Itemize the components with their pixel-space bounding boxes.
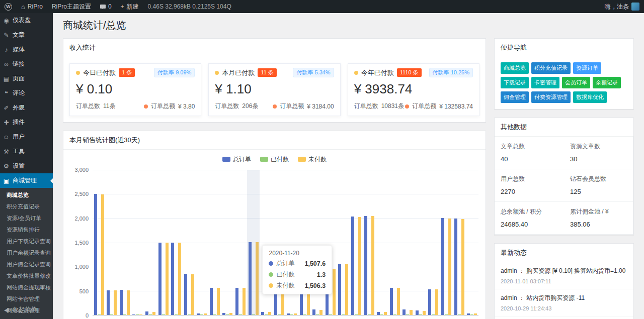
sidebar-item-pages[interactable]: ▤ 页面 xyxy=(0,71,53,86)
activity-timestamp: 2020-10-29 11:24:43 xyxy=(501,305,627,311)
bar-group-2020-11-11[interactable] xyxy=(131,170,144,315)
sidebar-item-dashboard[interactable]: ◉ 仪表盘 xyxy=(0,13,53,28)
other-data-title: 其他数据 xyxy=(495,118,633,137)
y-tick-label: 2,000 xyxy=(74,216,89,222)
stat-label: 累计佣金池 / ¥ xyxy=(570,207,627,216)
sidebar-item-media[interactable]: ♪ 媒体 xyxy=(0,42,53,57)
legend-swatch-icon xyxy=(298,157,306,162)
sidebar-submenu-item[interactable]: 网站佣金提现审核 xyxy=(0,282,53,293)
bar-group-2020-11-16[interactable] xyxy=(196,170,209,315)
quick-nav-button[interactable]: 付费资源管理 xyxy=(531,91,571,103)
legend-item[interactable]: 未付数 xyxy=(298,155,327,164)
quick-nav-button[interactable]: 卡密管理 xyxy=(531,77,559,88)
bullet-icon xyxy=(354,71,358,75)
bar-未付数-2020-11-26 xyxy=(333,269,336,315)
quick-nav-button[interactable]: 数据库优化 xyxy=(573,91,607,103)
bar-group-2020-12-02[interactable] xyxy=(401,170,415,315)
bar-group-2020-12-06[interactable] xyxy=(453,170,466,315)
bar-已付数-2020-11-13 xyxy=(162,314,165,315)
bar-group-2020-11-30[interactable] xyxy=(375,170,388,315)
bar-group-2020-11-15[interactable] xyxy=(183,170,196,315)
bar-group-2020-11-10[interactable] xyxy=(118,170,131,315)
quick-nav-button[interactable]: 佣金管理 xyxy=(501,91,529,103)
sidebar-item-posts[interactable]: ✎ 文章 xyxy=(0,28,53,42)
bar-已付数-2020-11-08 xyxy=(98,314,101,315)
comments-menu[interactable]: 0 xyxy=(96,0,116,13)
sidebar-item-shop-management[interactable]: ▣ 商城管理 xyxy=(0,173,53,188)
bar-总订单-2020-11-28 xyxy=(351,217,354,315)
legend-item[interactable]: 已付数 xyxy=(260,155,289,164)
sidebar-item-users[interactable]: ☺ 用户 xyxy=(0,130,53,144)
bar-group-2020-11-12[interactable] xyxy=(144,170,157,315)
theme-settings-menu[interactable]: RiPro主题设置 xyxy=(47,0,96,13)
bar-group-2020-11-09[interactable] xyxy=(106,170,119,315)
user-account-menu[interactable]: 嗨，油条 xyxy=(600,0,644,13)
sidebar-submenu-item[interactable]: 文章价格批量修改 xyxy=(0,270,53,282)
site-name: RiPro xyxy=(28,3,43,10)
bar-group-2020-11-28[interactable] xyxy=(350,170,363,315)
bar-group-2020-11-29[interactable] xyxy=(363,170,376,315)
activity-item: admin ： 站内货币购买资源 -11 2020-10-29 11:24:43 xyxy=(495,289,633,316)
stat-label: 钻石会员总数 xyxy=(570,175,627,183)
bar-group-2020-11-13[interactable] xyxy=(157,170,170,315)
legend-item[interactable]: 总订单 xyxy=(222,155,251,164)
sidebar-item-plugins[interactable]: ✚ 插件 xyxy=(0,115,53,130)
sidebar-submenu-item[interactable]: 资源/会员订单 xyxy=(0,212,53,224)
sidebar-submenu-item[interactable]: 用户余额记录查询 xyxy=(0,247,53,259)
sidebar-submenu-item[interactable]: 用户下载记录查询 xyxy=(0,236,53,247)
stat-value: 24685.40 xyxy=(501,221,558,228)
quick-nav-button[interactable]: 积分充值记录 xyxy=(531,62,571,74)
quick-nav-button[interactable]: 商城总览 xyxy=(501,62,529,74)
bar-总订单-2020-11-23 xyxy=(287,313,290,315)
sidebar-submenu-item[interactable]: 资源销售排行 xyxy=(0,224,53,236)
sidebar-item-links[interactable]: ∞ 链接 xyxy=(0,57,53,71)
quick-nav-button[interactable]: 会员订单 xyxy=(562,77,590,88)
bar-group-2020-11-14[interactable] xyxy=(170,170,183,315)
left-column: 收入统计 今日已付款 1 条 付款率 9.09% ¥ 0.10 xyxy=(63,38,486,319)
quick-nav-button[interactable]: 资源订单 xyxy=(573,62,601,74)
site-menu[interactable]: ⌂ RiPro xyxy=(17,0,47,13)
sidebar-submenu-item[interactable]: 商城总览 xyxy=(0,189,53,201)
wp-logo-menu[interactable]: W xyxy=(0,0,17,13)
bar-group-2020-11-18[interactable] xyxy=(221,170,234,315)
chart-tooltip: 2020-11-20 总订单 1,507.6 xyxy=(262,245,332,294)
quick-nav-button[interactable]: 余额记录 xyxy=(593,77,621,88)
shop-submenu: 商城总览 积分充值记录 资源/会员订单 资源销售排行 用户下载记录查询 用户余额… xyxy=(0,188,53,319)
media-icon: ♪ xyxy=(3,46,10,53)
bar-group-2020-12-07[interactable] xyxy=(465,170,478,315)
bar-group-2020-12-03[interactable] xyxy=(414,170,427,315)
stat-value: 125 xyxy=(570,188,627,195)
orders-total-value: 11条 xyxy=(103,102,115,111)
admin-bar-left: W ⌂ RiPro RiPro主题设置 0 + 新建 0.46S 32,968k… xyxy=(0,0,236,13)
bar-group-2020-11-20[interactable] xyxy=(247,170,260,315)
tooltip-row: 已付数 1.3 xyxy=(269,270,326,279)
bar-group-2020-11-19[interactable] xyxy=(234,170,247,315)
bar-group-2020-11-27[interactable] xyxy=(337,170,350,315)
bar-group-2020-11-17[interactable] xyxy=(208,170,221,315)
collapse-menu-button[interactable]: ◀ 收起菜单 xyxy=(0,302,53,317)
new-content-menu[interactable]: + 新建 xyxy=(116,0,143,13)
dashboard-icon: ◉ xyxy=(3,17,10,24)
tooltip-rows: 总订单 1,507.6 已付数 1.3 xyxy=(269,259,326,290)
bar-group-2020-12-05[interactable] xyxy=(440,170,453,315)
bar-未付数-2020-11-28 xyxy=(358,217,361,315)
sidebar-item-comments[interactable]: ❝ 评论 xyxy=(0,86,53,100)
collapse-arrow-icon: ◀ xyxy=(3,306,10,313)
stat-cell: 钻石会员总数 125 xyxy=(564,169,633,202)
home-icon: ⌂ xyxy=(21,3,25,11)
bar-group-2020-11-08[interactable] xyxy=(93,170,106,315)
quick-nav-button[interactable]: 下载记录 xyxy=(501,77,529,88)
bar-已付数-2020-11-25 xyxy=(316,314,319,315)
bar-group-2020-12-01[interactable] xyxy=(388,170,401,315)
bar-group-2020-12-04[interactable] xyxy=(427,170,440,315)
activity-item: admin ： 购买资源 [¥ 0.10] 换算站内货币=1.00 2020-1… xyxy=(495,262,633,289)
bar-总订单-2020-11-29 xyxy=(364,216,367,315)
sidebar-item-appearance[interactable]: ✐ 外观 xyxy=(0,100,53,115)
sidebar-item-tools[interactable]: ⚒ 工具 xyxy=(0,144,53,159)
sidebar-submenu-item[interactable]: 积分充值记录 xyxy=(0,201,53,212)
y-tick-label: 3,000 xyxy=(74,167,89,173)
performance-stats: 0.46S 32,968kB 0.2125S 104Q xyxy=(143,0,236,13)
sidebar-submenu-item[interactable]: 用户佣金记录查询 xyxy=(0,259,53,270)
sidebar-item-settings[interactable]: ⚙ 设置 xyxy=(0,159,53,173)
income-card-label: 今日已付款 xyxy=(83,68,116,77)
